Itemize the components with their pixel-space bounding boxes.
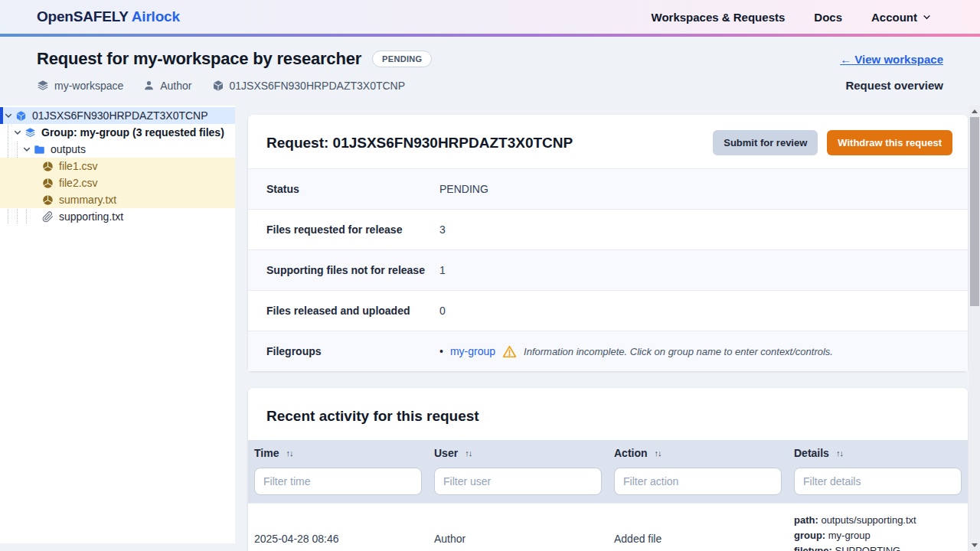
- output-file-icon: [42, 178, 54, 189]
- output-file-icon: [42, 161, 54, 172]
- filter-user-input[interactable]: [434, 468, 602, 495]
- content-area: 01JSXS6FN930HRPDAZT3X0TCNP Group: my-gro…: [0, 106, 980, 551]
- tree-item-supporting[interactable]: supporting.txt: [0, 208, 235, 225]
- paperclip-icon: [42, 211, 54, 223]
- brand-accent: Airlock: [132, 8, 180, 24]
- activity-action: Added file: [608, 504, 788, 551]
- detail-label: Supporting files not for release: [266, 264, 439, 276]
- request-overview-label: Request overview: [845, 79, 943, 92]
- nav-links: Workspaces & Requests Docs Account: [652, 11, 931, 24]
- activity-row: 2025-04-28 08:46 Author Added file path:…: [248, 503, 968, 551]
- chevron-down-icon: [923, 13, 931, 21]
- tree-item-group[interactable]: Group: my-group (3 requested files): [0, 124, 235, 141]
- detail-row-files-released: Files released and uploaded 0: [248, 290, 968, 331]
- sort-icon[interactable]: ↑↓: [465, 448, 472, 458]
- detail-value: 1: [439, 264, 446, 276]
- list-bullet: •: [439, 345, 443, 357]
- brand-primary: OpenSAFELY: [37, 8, 128, 24]
- recent-activity-card: Recent activity for this request Time ↑↓…: [248, 388, 968, 551]
- filter-details-input[interactable]: [794, 468, 962, 495]
- tree-item-file1[interactable]: file1.csv: [0, 158, 235, 174]
- vertical-scrollbar[interactable]: [969, 106, 980, 551]
- filter-time-input[interactable]: [254, 468, 422, 495]
- activity-table-header: Time ↑↓ User ↑↓ Action ↑↓: [248, 440, 968, 466]
- activity-filter-row: [248, 466, 968, 503]
- tree-item-request[interactable]: 01JSXS6FN930HRPDAZT3X0TCNP: [0, 107, 235, 124]
- warning-icon: [502, 344, 517, 359]
- detail-label: Files released and uploaded: [266, 305, 439, 317]
- top-navbar: OpenSAFELY Airlock Workspaces & Requests…: [0, 0, 980, 34]
- cube-icon: [15, 110, 27, 122]
- detail-row-supporting-files: Supporting files not for release 1: [248, 249, 968, 290]
- chevron-down-icon[interactable]: [22, 145, 31, 154]
- scrollbar-down-arrow[interactable]: [969, 540, 980, 551]
- filegroup-warning-note: Information incomplete. Click on group n…: [524, 346, 833, 357]
- nav-workspaces-requests[interactable]: Workspaces & Requests: [652, 11, 786, 24]
- nav-account-label: Account: [871, 11, 917, 24]
- chevron-down-icon[interactable]: [4, 111, 13, 120]
- activity-user: Author: [428, 504, 608, 551]
- detail-label: Filegroups: [266, 345, 439, 357]
- folder-icon: [34, 144, 45, 155]
- sort-icon[interactable]: ↑↓: [286, 448, 292, 458]
- tree-item-label: file1.csv: [59, 160, 98, 172]
- detail-row-filegroups: Filegroups • my-group Information incomp…: [248, 331, 968, 371]
- tree-item-label: file2.csv: [59, 177, 98, 189]
- column-header-time[interactable]: Time ↑↓: [254, 447, 292, 459]
- nav-docs[interactable]: Docs: [814, 11, 842, 24]
- sort-icon[interactable]: ↑↓: [836, 448, 843, 458]
- detail-value: 0: [439, 305, 446, 317]
- tree-item-file2[interactable]: file2.csv: [0, 174, 235, 191]
- page-title: Request for my-workspace by researcher: [37, 49, 361, 69]
- status-badge: PENDING: [372, 51, 432, 67]
- user-icon: [143, 80, 155, 91]
- activity-time: 2025-04-28 08:46: [248, 504, 428, 551]
- activity-details: path: outputs/supporting.txt group: my-g…: [794, 504, 962, 551]
- column-header-action[interactable]: Action ↑↓: [614, 447, 662, 459]
- tree-item-label: supporting.txt: [59, 210, 123, 223]
- app-logo[interactable]: OpenSAFELY Airlock: [37, 8, 180, 25]
- workspace-name: my-workspace: [54, 80, 123, 92]
- filegroup-link[interactable]: my-group: [450, 345, 495, 357]
- withdraw-request-button[interactable]: Withdraw this request: [827, 130, 952, 155]
- tree-item-summary[interactable]: summary.txt: [0, 191, 235, 208]
- file-tree-sidebar: 01JSXS6FN930HRPDAZT3X0TCNP Group: my-gro…: [0, 106, 235, 543]
- tree-item-label: summary.txt: [59, 194, 116, 206]
- workspace-meta: my-workspace: [37, 80, 123, 92]
- page-header: Request for my-workspace by researcher P…: [0, 37, 980, 106]
- request-card-title: Request: 01JSXS6FN930HRPDAZT3X0TCNP: [266, 135, 573, 152]
- nav-account-menu[interactable]: Account: [871, 11, 931, 24]
- request-id: 01JSXS6FN930HRPDAZT3X0TCNP: [230, 80, 406, 92]
- tree-item-label: 01JSXS6FN930HRPDAZT3X0TCNP: [32, 109, 208, 122]
- column-header-details[interactable]: Details ↑↓: [794, 447, 843, 459]
- view-workspace-link[interactable]: ← View workspace: [840, 53, 943, 66]
- tree-item-label: outputs: [51, 143, 86, 155]
- detail-label: Files requested for release: [266, 223, 439, 236]
- sort-icon[interactable]: ↑↓: [655, 448, 662, 458]
- output-file-icon: [42, 194, 54, 206]
- detail-value: 3: [439, 223, 446, 236]
- request-id-meta: 01JSXS6FN930HRPDAZT3X0TCNP: [212, 80, 406, 92]
- column-header-user[interactable]: User ↑↓: [434, 447, 472, 459]
- detail-row-status: Status PENDING: [248, 168, 968, 209]
- chevron-down-icon[interactable]: [13, 128, 22, 137]
- author-meta: Author: [143, 80, 191, 92]
- detail-row-files-requested: Files requested for release 3: [248, 209, 968, 249]
- activity-title: Recent activity for this request: [248, 388, 968, 440]
- filter-action-input[interactable]: [614, 468, 782, 495]
- scrollbar-up-arrow[interactable]: [969, 106, 980, 116]
- detail-label: Status: [266, 183, 439, 195]
- tree-item-label: Group: my-group (3 requested files): [41, 126, 224, 139]
- cube-icon: [212, 80, 224, 92]
- layers-icon: [37, 80, 49, 92]
- author-name: Author: [160, 80, 191, 92]
- layers-icon: [24, 127, 36, 139]
- scrollbar-thumb[interactable]: [970, 117, 979, 306]
- request-overview-card: Request: 01JSXS6FN930HRPDAZT3X0TCNP Subm…: [248, 115, 968, 371]
- submit-for-review-button[interactable]: Submit for review: [713, 130, 818, 155]
- tree-item-outputs-folder[interactable]: outputs: [0, 141, 235, 158]
- main-panel: Request: 01JSXS6FN930HRPDAZT3X0TCNP Subm…: [248, 106, 968, 551]
- detail-value: PENDING: [439, 183, 488, 195]
